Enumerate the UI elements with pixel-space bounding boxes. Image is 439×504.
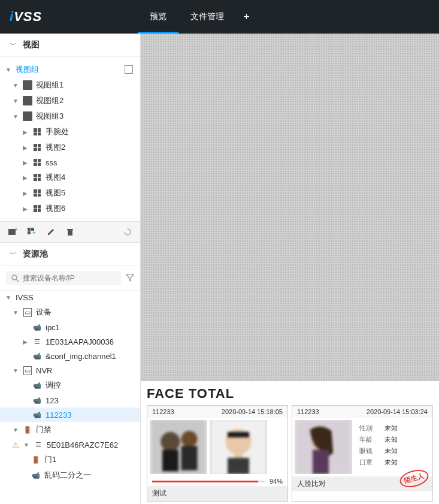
view-tree: ▼ 视图组 ▼ 视图组1 ▼ 视图组2 ▼ 视图组3 ▶ <box>0 57 140 221</box>
face-attributes: 性别未知 年龄未知 眼镜未知 口罩未知 <box>355 420 402 474</box>
grid-icon <box>32 127 42 137</box>
nvr-icon <box>23 366 32 375</box>
warning-icon: ⚠ <box>12 440 19 449</box>
view-section-title: 视图 <box>23 40 40 50</box>
attr-key: 眼镜 <box>359 446 377 455</box>
grid-icon <box>32 204 42 213</box>
svg-rect-19 <box>228 432 249 437</box>
layout-icon[interactable] <box>125 65 133 74</box>
refresh-button[interactable] <box>122 227 133 237</box>
camera-icon <box>32 396 42 405</box>
chevron-right-icon: ▶ <box>22 190 29 197</box>
access-node[interactable]: ▼ 门禁 <box>0 422 140 437</box>
view-group-label: 视图组 <box>16 64 39 75</box>
view-item[interactable]: ▶ 视图5 <box>0 185 140 201</box>
attr-key: 年龄 <box>359 435 377 444</box>
chevron-down-icon: ﹀ <box>10 249 17 259</box>
chevron-down-icon: ▼ <box>12 367 19 374</box>
nvr-item[interactable]: 调控 <box>0 378 140 393</box>
svg-rect-12 <box>162 450 178 472</box>
tab-preview[interactable]: 预览 <box>138 0 178 34</box>
filter-button[interactable] <box>126 273 134 283</box>
access-child[interactable]: 乱码二分之一 <box>0 467 140 483</box>
tree-label: 视图5 <box>46 188 65 198</box>
svg-rect-22 <box>313 450 329 475</box>
nvr-item[interactable]: 123 <box>0 393 140 408</box>
face-card[interactable]: 112233 2020-09-14 15:03:24 性别未知 年龄未知 眼镜未… <box>292 405 433 502</box>
view-group-item[interactable]: ▼ 视图组2 <box>0 93 140 108</box>
chevron-down-icon: ▼ <box>23 442 30 448</box>
camera-icon <box>32 322 42 332</box>
chevron-down-icon: ▼ <box>12 427 19 433</box>
chevron-right-icon: ▶ <box>22 339 29 345</box>
chevron-down-icon: ▼ <box>5 67 12 73</box>
resource-root[interactable]: ▼ IVSS <box>0 291 140 304</box>
device-item[interactable]: ipc1 <box>0 320 140 334</box>
view-group-item[interactable]: ▼ 视图组1 <box>0 77 140 93</box>
search-box[interactable] <box>6 271 121 285</box>
device-icon <box>23 307 32 317</box>
main-tabs: 预览 文件管理 + <box>138 0 257 34</box>
tab-add-button[interactable]: + <box>236 0 257 34</box>
access-device[interactable]: ⚠ ▼ 5E01B46RAZC7E62 <box>0 437 140 452</box>
tree-label: IVSS <box>16 293 34 302</box>
attr-key: 性别 <box>359 424 377 433</box>
nvr-node[interactable]: ▼ NVR <box>0 363 140 378</box>
tree-label: ipc1 <box>46 323 60 332</box>
tree-label: &conf_img.channel1 <box>46 352 116 361</box>
svg-rect-6 <box>68 230 72 236</box>
view-item[interactable]: ▶ 视图4 <box>0 170 140 185</box>
svg-rect-7 <box>67 229 73 230</box>
resource-section-header[interactable]: ﹀ 资源池 <box>0 243 140 266</box>
edit-button[interactable] <box>46 227 56 237</box>
video-grid[interactable] <box>141 34 439 381</box>
face-card[interactable]: 112233 2020-09-14 15:18:05 94% <box>147 405 288 502</box>
add-folder-button[interactable]: + <box>7 227 18 237</box>
svg-rect-14 <box>181 446 198 470</box>
view-group-root[interactable]: ▼ 视图组 <box>0 62 44 77</box>
chevron-right-icon: ▶ <box>22 159 29 166</box>
chevron-right-icon: ▶ <box>22 206 29 212</box>
attr-val: 未知 <box>384 446 398 455</box>
camera-icon <box>32 351 42 361</box>
view-item[interactable]: ▶ 视图6 <box>0 201 140 216</box>
match-progress <box>152 481 265 482</box>
attr-val: 未知 <box>384 458 398 467</box>
view-group-item[interactable]: ▼ 视图组3 <box>0 108 140 124</box>
chevron-down-icon: ▼ <box>12 98 19 104</box>
tree-label: 视图组1 <box>36 80 63 90</box>
device-item[interactable]: &conf_img.channel1 <box>0 349 140 363</box>
view-section-header[interactable]: ﹀ 视图 <box>0 34 140 57</box>
access-child[interactable]: 门1 <box>0 452 140 467</box>
face-panel: FACE TOTAL 112233 2020-09-14 15:18:05 <box>141 381 439 504</box>
nvr-item-selected[interactable]: 112233 <box>0 408 140 422</box>
view-item[interactable]: ▶ 手腕处 <box>0 124 140 140</box>
devices-node[interactable]: ▼ 设备 <box>0 304 140 320</box>
tree-label: 乱码二分之一 <box>44 470 91 481</box>
view-item[interactable]: ▶ 视图2 <box>0 140 140 155</box>
svg-point-13 <box>181 431 198 447</box>
tree-label: 123 <box>46 396 59 405</box>
add-view-button[interactable]: + <box>26 227 37 237</box>
chevron-down-icon: ▼ <box>12 309 19 316</box>
svg-point-11 <box>161 432 180 451</box>
card-footer: 测试 <box>147 486 287 501</box>
svg-rect-2 <box>28 228 31 231</box>
tree-label: 门禁 <box>36 424 52 435</box>
tab-file-management[interactable]: 文件管理 <box>178 0 236 34</box>
grid-icon <box>32 188 42 198</box>
view-toolbar: + + <box>0 221 140 243</box>
card-timestamp: 2020-09-14 15:03:24 <box>367 408 428 415</box>
search-input[interactable] <box>23 274 116 282</box>
view-item[interactable]: ▶ sss <box>0 155 140 170</box>
folder-icon <box>23 96 32 105</box>
chevron-right-icon: ▶ <box>22 144 29 151</box>
chevron-right-icon: ▶ <box>22 174 29 181</box>
search-row <box>0 266 140 291</box>
delete-button[interactable] <box>65 227 75 237</box>
search-icon <box>11 274 19 282</box>
device-item[interactable]: ▶ 1E031AAPAJ00036 <box>0 334 140 349</box>
tree-label: 5E01B46RAZC7E62 <box>47 440 118 449</box>
grid-icon <box>32 143 42 152</box>
app-logo: iVSS <box>10 9 42 25</box>
